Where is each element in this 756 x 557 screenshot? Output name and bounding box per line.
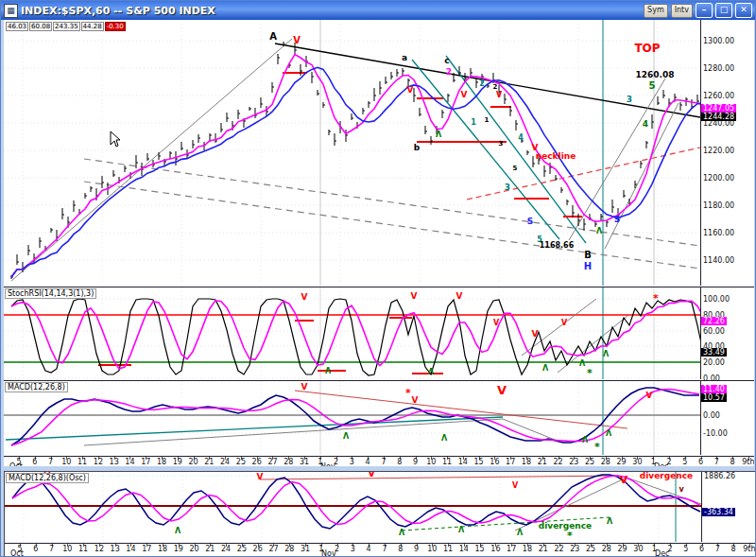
date-label: 21 <box>538 458 547 466</box>
date-label: 10 <box>427 545 437 553</box>
annotation-top-mark: V <box>512 481 519 490</box>
date-label: 17 <box>507 545 516 553</box>
macd-price-axis: 0.00-10.0011.4010.57 <box>701 381 754 456</box>
maximize-button[interactable]: □ <box>715 3 732 18</box>
date-label: 18 <box>158 545 167 553</box>
annotation-label: 5 <box>649 80 656 91</box>
price-chart-svg: AVaVc2V22V11bΛ345Vneckline3SS5Λ1168.66BH… <box>4 20 700 286</box>
date-label: 30 <box>633 545 643 553</box>
minimize-button[interactable]: – <box>696 3 713 18</box>
annotation-top-mark: V <box>293 35 301 45</box>
date-label: 10 <box>62 545 72 553</box>
quote-change-box: -0.30 <box>105 22 126 31</box>
annotation-label: * <box>587 367 593 379</box>
annotation-bottom-mark: Λ <box>607 517 613 526</box>
annotation-top-mark: V <box>456 291 463 301</box>
trendline <box>260 476 619 479</box>
date-label: 15 <box>474 458 484 466</box>
stoch-k <box>11 299 700 375</box>
date-label: 29 <box>618 545 627 553</box>
annotation-label: S <box>527 217 533 226</box>
annotation-top-mark: V <box>412 395 419 405</box>
annotation-bottom-mark: Λ <box>517 529 524 537</box>
date-label: 13 <box>110 458 119 466</box>
annotation-top-mark: V <box>493 319 500 327</box>
date-label: 14 <box>458 458 468 466</box>
annotation-top-mark: V <box>461 90 468 99</box>
titlebar[interactable]: ▦ INDEX:$SPX,60 -- S&P 500 INDEX Sym Int… <box>1 1 755 20</box>
axis-tick-label: 1260.00 <box>703 92 734 100</box>
date-label: 15 <box>475 545 485 553</box>
date-label: 26 <box>252 458 262 466</box>
date-label: 7 <box>382 545 387 553</box>
date-label: 28 <box>602 545 611 553</box>
price-plot-area[interactable]: AVaVc2V22V11bΛ345Vneckline3SS5Λ1168.66BH… <box>4 20 701 286</box>
date-label: 7 <box>381 458 386 466</box>
annotation-label: a <box>402 53 407 62</box>
date-label: 21 <box>539 545 548 553</box>
current-value-tag: 33.49 <box>701 348 727 357</box>
annotation-bottom-mark: Λ <box>606 429 612 438</box>
current-value-tag: 11.40 <box>701 385 727 393</box>
date-label: 19 <box>174 545 183 553</box>
axis-tick-label: 1220.00 <box>703 147 734 155</box>
date-label: 25 <box>237 545 247 553</box>
annotation-label: 1260.08 <box>636 70 675 79</box>
date-label: 23 <box>569 458 578 466</box>
date-label: 25 <box>585 458 594 466</box>
date-label: 11 <box>443 545 453 553</box>
date-label: 6 <box>33 545 38 553</box>
date-label: 20 <box>189 545 198 553</box>
date-label: 3 <box>350 458 354 466</box>
annotation-bottom-mark: Λ <box>582 436 589 444</box>
date-label: 19 <box>173 458 182 466</box>
annotation-bottom-mark: Λ <box>458 526 465 534</box>
trendline <box>84 159 700 246</box>
date-label: 28 <box>284 458 293 466</box>
date-label: 24 <box>220 458 230 466</box>
osc-line <box>12 475 700 529</box>
quote-box: 46.03 <box>6 22 28 31</box>
osc-plot-area[interactable]: VVVVVvdivergencedivergenceΛΛΛΛΛ*MACD(12,… <box>5 472 702 542</box>
date-label: 14 <box>459 545 469 553</box>
axis-tick-label: 1140.00 <box>703 256 734 265</box>
close-button[interactable]: ✕ <box>735 3 752 18</box>
annotation-top-mark: V <box>257 472 264 481</box>
chart-stack: AVaVc2V22V11bΛ345Vneckline3SS5Λ1168.66BH… <box>4 20 754 470</box>
annotation-bottom-mark: Λ <box>436 131 442 139</box>
annotation-bottom-mark: Λ <box>596 227 603 235</box>
date-label: 7 <box>49 545 54 553</box>
annotation-top-mark: V <box>561 319 568 327</box>
annotation-top-mark: V <box>301 382 308 392</box>
stoch-chart-svg: VVVVVVΛΛΛΛΛ** <box>4 287 700 379</box>
annotation-label: 1 <box>471 118 476 127</box>
osc-signal <box>12 476 700 525</box>
date-label: 12 <box>94 458 103 466</box>
price-price-axis: 1300.001280.001260.001240.001220.001200.… <box>701 20 754 287</box>
macd-plot-area[interactable]: V*VVVΛΛΛΛ*MACD(12,26,8) <box>4 381 701 455</box>
intv-button[interactable]: Intv <box>671 4 693 18</box>
current-value-tag: 1244.28 <box>701 113 736 121</box>
date-label: 7 <box>48 458 53 466</box>
date-label: 18 <box>157 458 166 466</box>
annotation-bottom-mark: Λ <box>325 367 332 375</box>
month-label: Dec <box>655 549 669 557</box>
date-label: 17 <box>142 545 151 553</box>
annotation-top-mark: V <box>301 292 308 302</box>
annotation-label: divergence <box>640 472 693 480</box>
date-label: 12 <box>94 545 104 553</box>
date-label: 22 <box>553 458 562 466</box>
axis-tick-label: 1200.00 <box>703 174 734 183</box>
current-value-tag: 72.26 <box>701 317 727 325</box>
trendline <box>275 44 700 117</box>
axis-tick-label: 100.00 <box>703 295 730 304</box>
date-label: 11 <box>77 458 87 466</box>
stoch-plot-area[interactable]: VVVVVVΛΛΛΛΛ**StochRSI(14,14,3(1),3) <box>4 287 701 379</box>
date-label: 6 <box>698 458 703 466</box>
trendline <box>446 56 586 243</box>
date-label: 28 <box>284 545 294 553</box>
date-label: 8 <box>398 545 403 553</box>
current-value-tag: 10.57 <box>701 393 727 402</box>
sym-button[interactable]: Sym <box>644 4 668 18</box>
annotation-label: * <box>405 387 411 399</box>
